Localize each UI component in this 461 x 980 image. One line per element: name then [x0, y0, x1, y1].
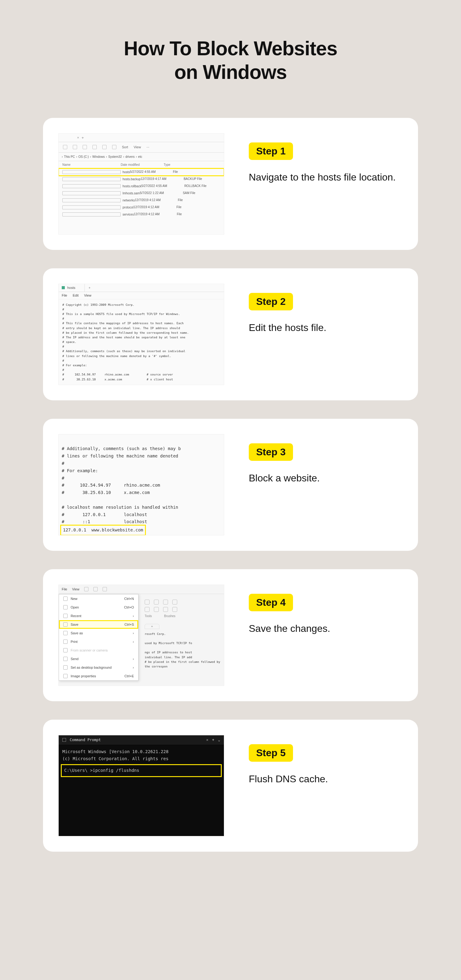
- hosts-snippet: # Additionally, comments (such as these)…: [62, 446, 181, 524]
- new-tab-icon: +: [81, 135, 84, 140]
- brushes-label: Brushes: [164, 614, 175, 618]
- step-5-card: Command Prompt × + ⌄ Microsoft Windows […: [43, 720, 418, 852]
- close-icon: ×: [77, 136, 79, 139]
- menu-item-save: SaveCtrl+S: [59, 620, 138, 629]
- new-tab-icon: +: [85, 286, 94, 290]
- flushdns-command: C:\Users\ >ipconfig /flushdns: [62, 766, 220, 776]
- menu-item-new: NewCtrl+N: [59, 594, 138, 603]
- step-2-card: hosts + FileEditView # Copyright (c) 199…: [43, 268, 418, 400]
- step-1-visual: ×+ Sort View ··· ›This PC ›OS (C:) ›Wind…: [58, 133, 224, 235]
- page-title: How To Block Websites on Windows: [43, 37, 418, 84]
- step-3-badge: Step 3: [249, 443, 293, 461]
- tool-icon: [172, 600, 177, 605]
- step-1-text: Navigate to the hosts file location.: [249, 170, 400, 184]
- step-2-badge: Step 2: [249, 293, 293, 310]
- tool-icon: [145, 607, 150, 612]
- cut-icon: [73, 145, 77, 149]
- tools-label: Tools: [145, 614, 152, 618]
- step-3-visual: # Additionally, comments (such as these)…: [58, 434, 224, 535]
- view-label: View: [134, 145, 141, 149]
- file-row: hosts.backup12/7/2019 4:17 AMBACKUP File: [59, 176, 224, 183]
- close-icon: ×: [206, 738, 208, 742]
- step-5-visual: Command Prompt × + ⌄ Microsoft Windows […: [58, 735, 224, 836]
- tool-icon: [154, 607, 159, 612]
- step-5-text: Flush DNS cache.: [249, 772, 400, 786]
- tool-icon: [163, 600, 168, 605]
- tool-icon: [145, 600, 150, 605]
- file-row: networks12/7/2019 4:12 AMFile: [59, 197, 224, 204]
- more-label: ···: [147, 145, 149, 149]
- menu-item-from-scanner-or-camera: From scanner or camera: [59, 646, 138, 655]
- file-row: lmhosts.sam5/7/2022 1:22 AMSAM File: [59, 190, 224, 197]
- redo-icon: [102, 587, 107, 591]
- file-row: protocol12/7/2019 4:12 AMFile: [59, 204, 224, 211]
- cmd-tab-label: Command Prompt: [70, 738, 101, 742]
- step-3-text: Block a website.: [249, 471, 400, 485]
- cmd-icon: [62, 738, 66, 742]
- editor-tab: +: [145, 624, 160, 629]
- menu-item-image-properties: Image propertiesCtrl+E: [59, 672, 138, 680]
- step-1-badge: Step 1: [249, 142, 293, 160]
- undo-icon: [93, 587, 98, 591]
- menu-item-send: Send›: [59, 655, 138, 663]
- step-4-visual: File View NewCtrl+NOpenCtrl+ORecent›Save…: [58, 585, 224, 686]
- step-5-badge: Step 5: [249, 744, 293, 762]
- menu-item-save-as: Save as›: [59, 629, 138, 637]
- file-dropdown: NewCtrl+NOpenCtrl+ORecent›SaveCtrl+SSave…: [59, 594, 139, 681]
- step-1-card: ×+ Sort View ··· ›This PC ›OS (C:) ›Wind…: [43, 118, 418, 250]
- paste-icon: [93, 145, 97, 149]
- block-entry-highlight: 127.0.0.1 www.blockwebsite.com: [62, 526, 144, 534]
- tool-icon: [163, 607, 168, 612]
- tool-icon: [172, 607, 177, 612]
- tool-icon: [154, 600, 159, 605]
- view-menu-label: View: [72, 587, 80, 591]
- cmd-line-1: Microsoft Windows [Version 10.0.22621.22…: [62, 748, 220, 756]
- app-icon: [62, 286, 65, 289]
- file-row: hosts.rollback5/27/2022 4:55 AMROLLBACK …: [59, 183, 224, 190]
- copy-icon: [83, 145, 87, 149]
- new-tab-icon: +: [212, 738, 214, 742]
- step-4-text: Save the changes.: [249, 622, 400, 636]
- step-3-card: # Additionally, comments (such as these)…: [43, 419, 418, 551]
- sort-label: Sort: [122, 145, 128, 149]
- save-icon: [84, 587, 88, 591]
- cmd-line-2: (c) Microsoft Corporation. All rights re…: [62, 755, 220, 763]
- step-2-visual: hosts + FileEditView # Copyright (c) 199…: [58, 284, 224, 385]
- file-row: hosts5/27/2022 4:55 AMFile: [59, 169, 224, 176]
- column-headers: NameDate modifiedType: [59, 161, 224, 169]
- menu-item-print: Print›: [59, 637, 138, 646]
- hosts-file-content: # Copyright (c) 1993-2009 Microsoft Corp…: [59, 299, 224, 385]
- new-icon: [63, 145, 67, 149]
- breadcrumb: ›This PC ›OS (C:) ›Windows ›System32 ›dr…: [59, 153, 224, 161]
- step-4-badge: Step 4: [249, 594, 293, 611]
- editor-bg-text: rosoft Corp. used by Microsoft TCP/IP fo…: [145, 632, 221, 669]
- menu-item-open: OpenCtrl+O: [59, 603, 138, 612]
- file-row: services12/7/2019 4:12 AMFile: [59, 211, 224, 218]
- menu-item-set-as-desktop-background: Set as desktop background›: [59, 663, 138, 672]
- tab-label: hosts: [67, 286, 75, 290]
- share-icon: [112, 145, 116, 149]
- step-2-text: Edit the hosts file.: [249, 321, 400, 335]
- file-menu-label: File: [62, 587, 67, 591]
- rename-icon: [102, 145, 107, 149]
- editor-menu: FileEditView: [59, 292, 224, 299]
- step-4-card: File View NewCtrl+NOpenCtrl+ORecent›Save…: [43, 569, 418, 701]
- menu-item-recent: Recent›: [59, 612, 138, 620]
- chevron-down-icon: ⌄: [218, 738, 220, 742]
